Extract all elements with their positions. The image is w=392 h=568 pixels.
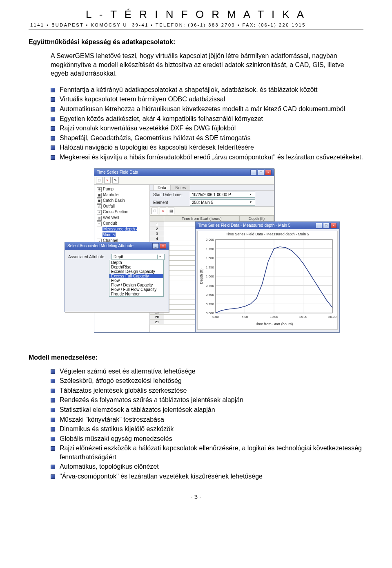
window-chart: Time Series Field Data - Meassured depth… [195, 221, 340, 333]
section2-bullets: Végtelen számú eset és alternatíva lehet… [29, 367, 363, 481]
table-cell: 1 [150, 221, 164, 226]
section1-bullets: Fenntartja a kétirányú adatkapcsolatokat… [29, 85, 363, 162]
start-date-input[interactable]: 10/25/2006 1:00:00 P▾ [190, 192, 255, 198]
minimize-icon[interactable]: _ [250, 170, 257, 175]
tab-notes[interactable]: Notes [171, 185, 190, 190]
section2-heading: Modell menedzselése: [29, 354, 363, 361]
list-item: Műszaki "könyvtárak" testreszabása [51, 415, 363, 424]
list-item: Végtelen számú eset és alternatíva lehet… [51, 367, 363, 376]
window-select-attribute: Select Associated Modeling Attribute _ ×… [65, 242, 169, 312]
svg-text:10.00: 10.00 [270, 315, 278, 319]
tree-node[interactable]: Meassured depth - Main 5 [97, 226, 147, 238]
dropdown-option[interactable]: Flow / Design Capacity [109, 283, 163, 287]
tree-node-label: Conduit [103, 221, 117, 226]
list-item: Rajzi előnézeti eszközök a hálózati kapc… [51, 444, 363, 461]
delete-icon[interactable]: × [160, 208, 166, 214]
chevron-down-icon[interactable]: ▾ [248, 200, 253, 204]
tree-node-label: Wet Well [103, 215, 119, 220]
delete-icon[interactable]: × [104, 177, 111, 183]
list-item: Dinamikus és statikus kijelölő eszközök [51, 425, 363, 434]
dropdown-option[interactable]: Flow [109, 278, 163, 283]
tree-node[interactable]: ⊕Pump [97, 186, 147, 192]
tree-node[interactable]: △Outfall [97, 203, 147, 209]
start-date-label: Start Date Time: [153, 192, 187, 197]
section1-paragraph: A SewerGEMS lehetővé teszi, hogy virtuál… [29, 51, 363, 78]
tree-node-label: Pump [103, 187, 114, 191]
element-input[interactable]: 258: Main 5▾ [190, 199, 255, 206]
assoc-attr-label: Associated Attribute: [68, 255, 109, 259]
close-icon[interactable]: × [160, 243, 166, 249]
win1-toolbar: □ × ✎ [94, 176, 274, 185]
win3-titlebar[interactable]: Time Series Field Data - Meassured depth… [196, 222, 339, 229]
dropdown-option[interactable]: Depth/Rise [109, 265, 163, 269]
list-item: Automatikusan létrehozza a hidraulikusan… [51, 105, 363, 114]
table-cell: 21 [150, 319, 164, 324]
svg-text:15.00: 15.00 [299, 315, 307, 319]
tree-node-label: Catch Basin [103, 198, 125, 203]
list-item: Széleskörű, átfogó esetkezelési lehetősé… [51, 376, 363, 385]
win1-titlebar[interactable]: Time Series Field Data _ □ × [94, 169, 274, 176]
tree-node-icon: ▣ [97, 199, 102, 203]
chevron-down-icon[interactable]: ▾ [248, 192, 253, 197]
list-item: Rendezés és folyamatos szűrés a táblázat… [51, 396, 363, 405]
chart-icon[interactable]: ▤ [168, 208, 174, 214]
column-header[interactable]: Time from Start (hours) [164, 215, 239, 221]
dropdown-option[interactable]: Flow / Full Flow Capacity [109, 287, 163, 292]
tree-node-icon: − [97, 221, 102, 226]
dropdown-option[interactable]: Depth [109, 260, 163, 265]
tree-node[interactable]: ▥Wet Well [97, 215, 147, 221]
minimize-icon[interactable]: _ [316, 223, 322, 228]
tree-node[interactable]: +Cross Section [97, 209, 147, 215]
table-cell: 4 [150, 236, 164, 241]
chevron-down-icon[interactable]: ▾ [157, 255, 163, 259]
tree-node-label: Meassured depth - Main 5 [102, 227, 137, 237]
win2-titlebar[interactable]: Select Associated Modeling Attribute _ × [65, 242, 169, 250]
tree-node-icon: △ [97, 204, 102, 209]
list-item: Egyetlen közös adatkészlet, akár 4 kompa… [51, 114, 363, 123]
maximize-icon[interactable]: □ [323, 223, 330, 228]
svg-text:1.000: 1.000 [206, 275, 214, 278]
tree-node-icon: + [97, 210, 102, 215]
table-cell: 20 [150, 314, 164, 319]
svg-text:20.00: 20.00 [328, 315, 336, 319]
list-item: Automatikus, topológikus előnézet [51, 462, 363, 471]
new-icon[interactable]: □ [151, 208, 158, 214]
assoc-attr-select[interactable]: Depth▾ [111, 254, 165, 260]
win2-title-text: Select Associated Modeling Attribute [67, 244, 134, 248]
tree-node-icon: ⊕ [97, 187, 102, 192]
tree-node[interactable]: ▣Catch Basin [97, 198, 147, 203]
column-header[interactable] [150, 215, 164, 221]
assoc-attr-dropdown-list[interactable]: DepthDepth/RiseExcess Design CapacityExc… [109, 260, 164, 297]
list-item: Rajzi vonalak konvertálása vezetékké DXF… [51, 124, 363, 133]
dropdown-option[interactable]: Excess Design Capacity [109, 269, 163, 274]
svg-text:1.250: 1.250 [206, 265, 214, 269]
list-item: Shapefájl, Geoadatbázis, Geometrikus hál… [51, 134, 363, 143]
page-header: L - T É R I N F O R M A T I K A 1141 • B… [29, 8, 363, 29]
section1-heading: Együttműködési képesség és adatkapcsolat… [29, 38, 363, 46]
column-header[interactable]: Depth (ft) [239, 215, 274, 221]
win1-title-text: Time Series Field Data [97, 170, 138, 174]
list-item: Megkeresi és kijavítja a hibás forrásada… [51, 153, 363, 162]
svg-text:2.000: 2.000 [206, 238, 214, 242]
tab-data[interactable]: Data [153, 185, 171, 190]
chart-title: Time Series Field Data - Meassured depth… [198, 231, 337, 237]
dropdown-option[interactable]: Excess Full Capacity [109, 274, 163, 278]
list-item: Virtuális kapcsolatot terem bármilyen OD… [51, 95, 363, 104]
close-icon[interactable]: × [265, 170, 272, 175]
dropdown-option[interactable]: Froude Number [109, 292, 163, 296]
maximize-icon[interactable]: □ [258, 170, 264, 175]
svg-text:0.750: 0.750 [206, 284, 214, 287]
tree-node[interactable]: −Conduit [97, 221, 147, 226]
svg-text:Depth (ft): Depth (ft) [199, 268, 203, 284]
svg-text:Time from Start (hours): Time from Start (hours) [255, 322, 293, 326]
list-item: Táblázatos jelentések globális szerkeszt… [51, 386, 363, 395]
svg-text:1.750: 1.750 [206, 247, 214, 250]
tree-node-label: Cross Section [103, 210, 128, 214]
edit-icon[interactable]: ✎ [112, 177, 119, 183]
new-icon[interactable]: □ [96, 177, 102, 183]
minimize-icon[interactable]: _ [152, 243, 159, 249]
tree-node[interactable]: ◼Manhole [97, 192, 147, 198]
svg-text:0.000: 0.000 [206, 311, 214, 315]
close-icon[interactable]: × [330, 223, 337, 228]
line-chart: 0.0000.2500.5000.7501.0001.2501.5001.750… [198, 237, 336, 327]
